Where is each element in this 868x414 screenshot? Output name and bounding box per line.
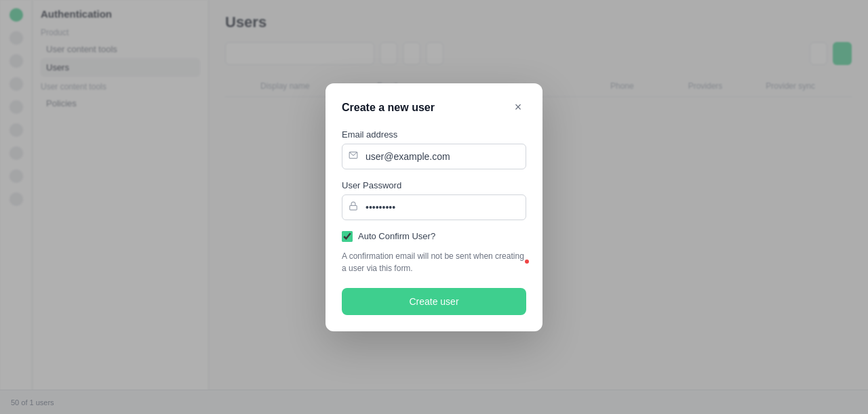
modal-overlay: Create a new user × Email address User P… xyxy=(0,0,868,414)
password-form-group: User Password xyxy=(342,180,526,220)
password-input[interactable] xyxy=(342,194,526,220)
auto-confirm-label[interactable]: Auto Confirm User? xyxy=(358,231,435,241)
hint-text: A confirmation email will not be sent wh… xyxy=(342,250,526,274)
email-form-group: Email address xyxy=(342,129,526,169)
email-label: Email address xyxy=(342,129,526,140)
hint-dot-icon xyxy=(525,260,529,264)
password-input-wrapper xyxy=(342,194,526,220)
email-input-wrapper xyxy=(342,144,526,169)
create-user-button[interactable]: Create user xyxy=(342,288,526,315)
modal-header: Create a new user × xyxy=(342,100,526,116)
auto-confirm-row: Auto Confirm User? xyxy=(342,231,526,242)
auto-confirm-checkbox[interactable] xyxy=(342,231,353,242)
email-input[interactable] xyxy=(342,144,526,169)
svg-rect-1 xyxy=(350,205,357,209)
hint-text-content: A confirmation email will not be sent wh… xyxy=(342,251,524,273)
email-icon xyxy=(349,150,358,162)
lock-icon xyxy=(349,201,358,213)
modal-title: Create a new user xyxy=(342,102,435,114)
create-user-modal: Create a new user × Email address User P… xyxy=(326,83,542,331)
modal-close-button[interactable]: × xyxy=(510,100,526,116)
password-label: User Password xyxy=(342,180,526,190)
